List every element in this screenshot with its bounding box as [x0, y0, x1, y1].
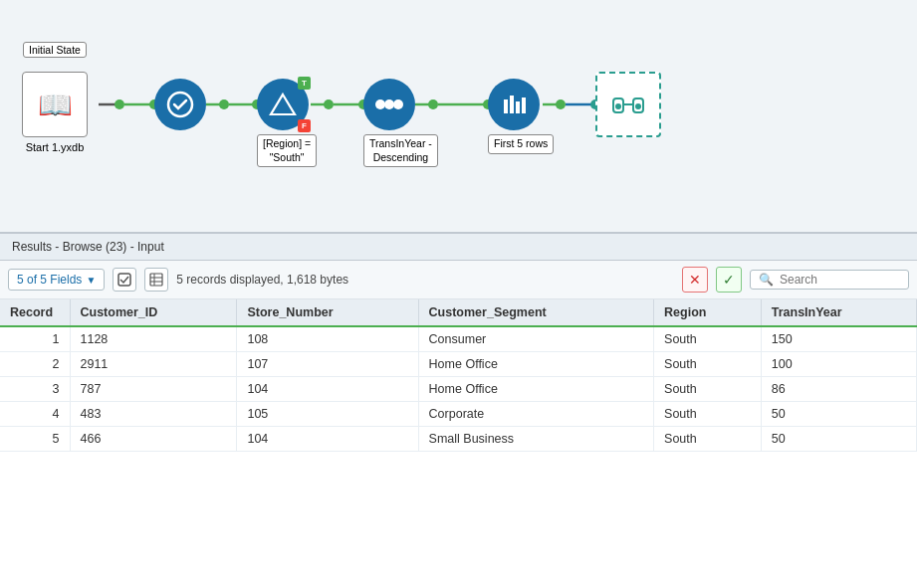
col-header-customer-id: Customer_ID	[70, 299, 237, 326]
select-node[interactable]	[154, 79, 206, 130]
table-row: 3 787 104 Home Office South 86	[0, 377, 917, 402]
svg-point-22	[384, 99, 394, 109]
svg-rect-34	[118, 274, 130, 286]
cell-customer-id: 483	[70, 402, 237, 427]
svg-rect-26	[510, 96, 514, 113]
svg-point-9	[324, 99, 334, 109]
workflow-canvas: Initial State 📖 Start 1.yxdb T F [Region…	[0, 0, 917, 234]
filter-node[interactable]: T F [Region] ="South"	[257, 79, 317, 167]
svg-point-20	[168, 93, 192, 116]
cell-record: 2	[0, 352, 70, 377]
filter-f-badge: F	[298, 119, 311, 132]
cell-customer-segment: Corporate	[418, 402, 653, 427]
cell-record: 5	[0, 427, 70, 452]
svg-point-5	[219, 99, 229, 109]
cell-region: South	[654, 377, 762, 402]
cell-customer-segment: Small Business	[418, 427, 653, 452]
cell-record: 4	[0, 402, 70, 427]
chevron-down-icon: ▼	[86, 275, 96, 286]
confirm-button[interactable]: ✓	[716, 267, 742, 293]
records-info: 5 records displayed, 1,618 bytes	[176, 273, 674, 287]
search-input[interactable]	[780, 273, 879, 287]
results-header-text: Results - Browse (23) - Input	[12, 240, 164, 254]
col-header-customer-segment: Customer_Segment	[418, 299, 653, 326]
browse-node[interactable]	[595, 72, 661, 137]
check-icon-btn[interactable]	[113, 268, 136, 292]
cell-store-number: 108	[237, 326, 418, 352]
cell-store-number: 107	[237, 352, 418, 377]
svg-rect-27	[516, 101, 520, 113]
svg-point-33	[635, 103, 641, 109]
cell-record: 3	[0, 377, 70, 402]
sort-node-label: TransInYear -Descending	[363, 134, 438, 167]
start-node[interactable]: 📖 Start 1.yxdb	[22, 72, 88, 153]
svg-marker-21	[271, 95, 295, 114]
col-header-record: Record	[0, 299, 70, 326]
table-icon-btn[interactable]	[144, 268, 168, 292]
results-panel: Results - Browse (23) - Input 5 of 5 Fie…	[0, 234, 917, 588]
cell-customer-id: 1128	[70, 326, 237, 352]
cell-customer-id: 787	[70, 377, 237, 402]
table-row: 2 2911 107 Home Office South 100	[0, 352, 917, 377]
table-row: 5 466 104 Small Business South 50	[0, 427, 917, 452]
svg-rect-25	[504, 99, 508, 113]
results-toolbar: 5 of 5 Fields ▼ 5 records displayed, 1,6…	[0, 261, 917, 299]
start-node-label: Start 1.yxdb	[26, 141, 85, 153]
data-table-wrapper[interactable]: Record Customer_ID Store_Number Customer…	[0, 299, 917, 588]
svg-rect-35	[150, 274, 162, 286]
col-header-trans-in-year: TransInYear	[761, 299, 916, 326]
sample-node-label: First 5 rows	[488, 134, 554, 154]
table-header-row: Record Customer_ID Store_Number Customer…	[0, 299, 917, 326]
cell-region: South	[654, 427, 762, 452]
svg-point-32	[615, 103, 621, 109]
table-row: 4 483 105 Corporate South 50	[0, 402, 917, 427]
fields-button-label: 5 of 5 Fields	[17, 273, 82, 287]
cell-trans-in-year: 100	[761, 352, 916, 377]
cell-record: 1	[0, 326, 70, 352]
sample-node[interactable]: First 5 rows	[488, 79, 554, 154]
cell-customer-segment: Home Office	[418, 377, 653, 402]
search-icon: 🔍	[759, 273, 774, 287]
filter-node-label: [Region] ="South"	[257, 134, 317, 167]
cell-region: South	[654, 352, 762, 377]
cell-store-number: 105	[237, 402, 418, 427]
search-box[interactable]: 🔍	[750, 270, 909, 290]
cell-store-number: 104	[237, 377, 418, 402]
svg-point-1	[115, 99, 124, 109]
cell-trans-in-year: 86	[761, 377, 916, 402]
cell-region: South	[654, 326, 762, 352]
cell-trans-in-year: 50	[761, 427, 916, 452]
col-header-store-number: Store_Number	[237, 299, 418, 326]
svg-point-24	[393, 99, 403, 109]
sort-node[interactable]: TransInYear -Descending	[363, 79, 438, 167]
cell-customer-segment: Consumer	[418, 326, 653, 352]
initial-state-label: Initial State	[23, 42, 87, 58]
cell-region: South	[654, 402, 762, 427]
svg-point-17	[556, 99, 566, 109]
cell-customer-id: 2911	[70, 352, 237, 377]
svg-rect-28	[522, 98, 526, 113]
data-table: Record Customer_ID Store_Number Customer…	[0, 299, 917, 452]
filter-t-badge: T	[298, 77, 311, 90]
cell-trans-in-year: 50	[761, 402, 916, 427]
cell-trans-in-year: 150	[761, 326, 916, 352]
cell-customer-segment: Home Office	[418, 352, 653, 377]
table-row: 1 1128 108 Consumer South 150	[0, 326, 917, 352]
cell-store-number: 104	[237, 427, 418, 452]
col-header-region: Region	[654, 299, 762, 326]
svg-point-23	[375, 99, 385, 109]
cell-customer-id: 466	[70, 427, 237, 452]
clear-button[interactable]: ✕	[682, 267, 708, 293]
table-body: 1 1128 108 Consumer South 150 2 2911 107…	[0, 326, 917, 452]
fields-button[interactable]: 5 of 5 Fields ▼	[8, 269, 105, 291]
results-header: Results - Browse (23) - Input	[0, 234, 917, 261]
workflow-connections	[0, 0, 917, 232]
